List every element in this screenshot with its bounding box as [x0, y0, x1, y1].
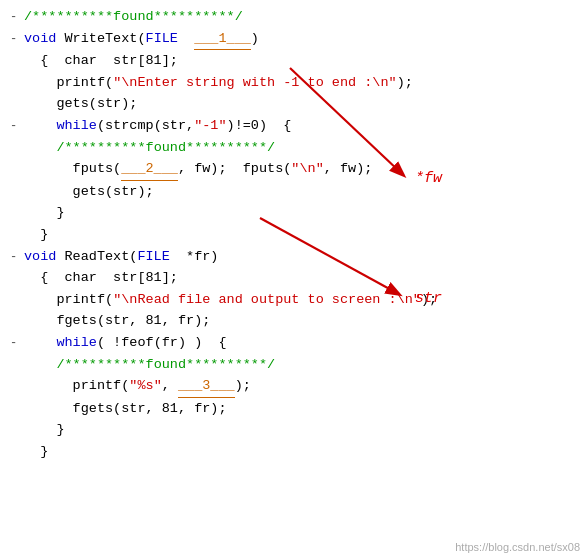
code-token: "-1" — [194, 115, 226, 137]
code-line: gets(str); — [10, 93, 588, 115]
code-token: **********found**********/ — [32, 6, 243, 28]
code-line: gets(str); — [10, 181, 588, 203]
code-line: fputs(___2___, fw); fputs("\n", fw); — [10, 158, 588, 181]
blank-field: ___1___ — [194, 28, 251, 51]
code-line: printf("\nEnter string with -1 to end :\… — [10, 72, 588, 94]
code-line: -/**********found**********/ — [10, 6, 588, 28]
label-str: str — [415, 290, 442, 307]
code-line: } — [10, 224, 588, 246]
code-token: / — [56, 354, 64, 376]
code-token: )!=0) { — [227, 115, 292, 137]
code-token: { char str[81]; — [40, 50, 178, 72]
code-token: } — [40, 224, 48, 246]
code-line: -void ReadText(FILE *fr) — [10, 246, 588, 268]
code-token: void — [24, 246, 56, 268]
code-token: printf( — [56, 72, 113, 94]
code-line: { char str[81]; — [10, 50, 588, 72]
code-token: , fw); fputs( — [178, 158, 291, 180]
code-token: } — [56, 419, 64, 441]
label-fw: *fw — [415, 170, 442, 187]
code-token: while — [56, 332, 97, 354]
code-area: -/**********found**********/-void WriteT… — [0, 0, 588, 468]
code-token: "%s" — [129, 375, 161, 397]
code-token: ); — [397, 72, 413, 94]
code-line: fgets(str, 81, fr); — [10, 310, 588, 332]
gutter: - — [10, 248, 24, 267]
code-line: printf("%s", ___3___); — [10, 375, 588, 398]
code-token: FILE — [137, 246, 169, 268]
code-token: fgets(str, 81, fr); — [56, 310, 210, 332]
code-token: printf( — [73, 375, 130, 397]
code-line: } — [10, 441, 588, 463]
code-token: / — [24, 6, 32, 28]
code-token: } — [56, 202, 64, 224]
code-token: while — [56, 115, 97, 137]
code-token: ReadText( — [56, 246, 137, 268]
code-token: "\nRead file and output to screen :\n" — [113, 289, 421, 311]
code-token: fgets(str, 81, fr); — [73, 398, 227, 420]
gutter: - — [10, 334, 24, 353]
code-token: **********found**********/ — [65, 354, 276, 376]
code-token: WriteText( — [56, 28, 145, 50]
code-token: , — [162, 375, 178, 397]
code-token: "\n" — [291, 158, 323, 180]
code-line: -void WriteText(FILE ___1___) — [10, 28, 588, 51]
code-line: fgets(str, 81, fr); — [10, 398, 588, 420]
code-token: fputs( — [73, 158, 122, 180]
code-token: printf( — [56, 289, 113, 311]
code-line: } — [10, 202, 588, 224]
gutter: - — [10, 8, 24, 27]
blank-field: ___2___ — [121, 158, 178, 181]
code-token: **********found**********/ — [65, 137, 276, 159]
code-line: } — [10, 419, 588, 441]
code-line: /**********found**********/ — [10, 137, 588, 159]
code-line: printf("\nRead file and output to screen… — [10, 289, 588, 311]
code-token: gets(str); — [56, 93, 137, 115]
gutter: - — [10, 117, 24, 136]
code-token: } — [40, 441, 48, 463]
code-token: ); — [235, 375, 251, 397]
code-line: - while( !feof(fr) ) { — [10, 332, 588, 354]
code-line: - while(strcmp(str,"-1")!=0) { — [10, 115, 588, 137]
code-token: (strcmp(str, — [97, 115, 194, 137]
code-line: /**********found**********/ — [10, 354, 588, 376]
code-token: FILE — [146, 28, 178, 50]
code-token — [178, 28, 194, 50]
code-token: void — [24, 28, 56, 50]
code-token: gets(str); — [73, 181, 154, 203]
blank-field: ___3___ — [178, 375, 235, 398]
code-token: ( !feof(fr) ) { — [97, 332, 227, 354]
code-token: / — [56, 137, 64, 159]
code-token: "\nEnter string with -1 to end :\n" — [113, 72, 397, 94]
code-token: { char str[81]; — [40, 267, 178, 289]
code-token: ) — [251, 28, 259, 50]
code-line: { char str[81]; — [10, 267, 588, 289]
gutter: - — [10, 30, 24, 49]
code-token: *fr) — [170, 246, 219, 268]
watermark: https://blog.csdn.net/sx08 — [455, 541, 580, 553]
code-token: , fw); — [324, 158, 373, 180]
